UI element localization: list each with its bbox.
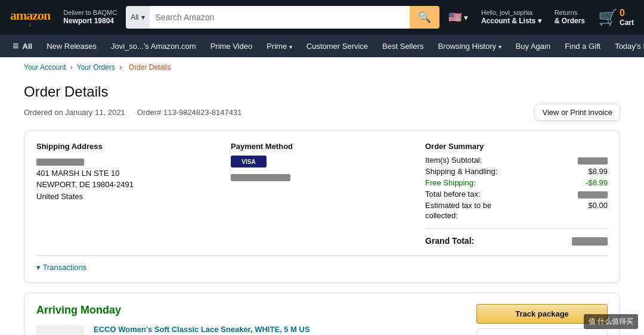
shipping-name — [36, 156, 219, 168]
sidebar-item-new-releases[interactable]: New Releases — [40, 38, 103, 55]
nav-label: Find a Gift — [565, 42, 600, 51]
nav-label: Jovi_so...'s Amazon.com — [111, 42, 196, 51]
breadcrumb-current: Order Details — [129, 63, 171, 72]
subtotal-label: Item(s) Subtotal: — [425, 156, 482, 165]
secondary-navigation: All New Releases Jovi_so...'s Amazon.com… — [0, 35, 644, 57]
returns-label: Returns — [555, 8, 585, 17]
search-input[interactable] — [150, 6, 410, 29]
chevron-down-icon: ▾ — [141, 13, 145, 21]
request-cancellation-button[interactable]: Request cancellation — [476, 328, 608, 335]
nav-label: Browsing History — [438, 42, 496, 51]
product-link[interactable]: ECCO Women's Soft Classic Lace Sneaker, … — [94, 325, 310, 334]
subtotal-value — [578, 156, 608, 165]
sidebar-item-customer-service[interactable]: Customer Service — [300, 38, 374, 55]
total-redacted — [578, 191, 608, 198]
breadcrumb-your-orders[interactable]: Your Orders — [77, 63, 115, 72]
transactions-link[interactable]: ▾ Transactions — [36, 263, 86, 272]
sidebar-item-all[interactable]: All — [6, 36, 39, 57]
free-shipping-row: Free Shipping: -$8.99 — [425, 178, 608, 187]
sidebar-item-best-sellers[interactable]: Best Sellers — [376, 38, 430, 55]
account-lists-label: Account & Lists ▾ — [481, 17, 541, 26]
product-image — [36, 325, 84, 335]
shipment-header: Arriving Monday ECCO Women's Soft Classi… — [36, 304, 608, 335]
deliver-to-box[interactable]: Deliver to BAQMC Newport 19804 — [59, 5, 121, 29]
subtotal-redacted — [578, 157, 608, 165]
sidebar-item-prime[interactable]: Prime — [260, 38, 299, 55]
chevron-down-icon: ▾ — [36, 263, 41, 272]
transactions-label: Transactions — [42, 263, 86, 272]
free-shipping-label: Free Shipping: — [425, 178, 476, 187]
order-info-grid: Shipping Address 401 MARSH LN STE 10 NEW… — [36, 142, 608, 248]
grand-total-value — [572, 236, 608, 246]
orders-label: & Orders — [555, 17, 585, 26]
shipping-address-line1: 401 MARSH LN STE 10 — [36, 168, 219, 179]
page-title: Order Details — [24, 83, 620, 100]
breadcrumb: Your Account › Your Orders › Order Detai… — [0, 57, 644, 77]
shipping-section: Shipping Address 401 MARSH LN STE 10 NEW… — [36, 142, 219, 248]
nav-label: New Releases — [47, 42, 97, 51]
order-info-box: Shipping Address 401 MARSH LN STE 10 NEW… — [24, 131, 620, 283]
cart-icon: 🛒 — [598, 8, 617, 27]
search-button[interactable]: 🔍 — [410, 6, 439, 29]
main-content: Order Details Ordered on January 11, 202… — [0, 77, 644, 335]
breadcrumb-separator: › — [70, 63, 73, 72]
payment-title: Payment Method — [231, 142, 413, 151]
total-before-tax-value — [578, 190, 608, 198]
order-summary-title: Order Summary — [425, 142, 608, 151]
summary-divider — [425, 228, 608, 229]
payment-section: Payment Method VISA — [231, 142, 413, 248]
search-category-select[interactable]: All ▾ — [126, 6, 149, 29]
returns-area[interactable]: Returns & Orders — [550, 5, 589, 29]
cart-label: Cart — [620, 18, 634, 27]
total-before-tax-label: Total before tax: — [425, 190, 481, 198]
free-shipping-value: -$8.99 — [586, 178, 608, 187]
product-details: ECCO Women's Soft Classic Lace Sneaker, … — [94, 325, 310, 335]
subtotal-row: Item(s) Subtotal: — [425, 156, 608, 165]
sidebar-item-find-gift[interactable]: Find a Gift — [558, 38, 607, 55]
language-flag[interactable]: 🇺🇸 ▾ — [444, 8, 472, 27]
amazon-logo[interactable]: amazon ↓ — [6, 5, 54, 30]
nav-label: Best Sellers — [382, 42, 423, 51]
watermark: 值 什么值得买 — [584, 314, 638, 329]
estimated-tax-label: Estimated tax to be collected: — [425, 201, 503, 221]
breadcrumb-separator: › — [119, 63, 122, 72]
shipping-handle-label: Shipping & Handling: — [425, 167, 497, 176]
nav-label: Prime — [267, 42, 287, 51]
search-bar: All ▾ 🔍 — [126, 6, 439, 29]
info-box-divider — [36, 255, 608, 256]
sidebar-item-browsing-history[interactable]: Browsing History — [431, 38, 507, 55]
sidebar-item-buy-again[interactable]: Buy Again — [509, 38, 558, 55]
top-navigation: amazon ↓ Deliver to BAQMC Newport 19804 … — [0, 0, 644, 35]
nav-label: Today's Deals — [615, 42, 644, 51]
name-redacted-bar — [36, 159, 84, 166]
order-number: Order# 113-9824823-8147431 — [137, 108, 242, 117]
logo-smile: ↓ — [29, 21, 32, 27]
breadcrumb-your-account[interactable]: Your Account — [24, 63, 66, 72]
hello-text: Hello, jovi_sophia — [481, 8, 541, 17]
payment-redacted — [231, 171, 413, 183]
card-number-redacted — [231, 174, 290, 181]
shipment-box: Arriving Monday ECCO Women's Soft Classi… — [24, 293, 620, 335]
total-before-tax-row: Total before tax: — [425, 190, 608, 198]
shipping-row: Shipping & Handling: $8.99 — [425, 167, 608, 176]
sidebar-item-todays-deals[interactable]: Today's Deals — [608, 38, 644, 55]
shipping-country: United States — [36, 191, 219, 203]
grand-total-row: Grand Total: — [425, 236, 608, 246]
sidebar-item-amazon-com[interactable]: Jovi_so...'s Amazon.com — [104, 38, 203, 55]
deliver-label: Deliver to BAQMC — [63, 8, 117, 17]
order-summary-section: Order Summary Item(s) Subtotal: Shipping… — [425, 142, 608, 248]
account-area[interactable]: Hello, jovi_sophia Account & Lists ▾ — [477, 5, 546, 29]
nav-label: Buy Again — [516, 42, 551, 51]
product-row: ECCO Women's Soft Classic Lace Sneaker, … — [36, 325, 310, 335]
cart-area[interactable]: 🛒 0 Cart — [594, 5, 638, 30]
product-name: ECCO Women's Soft Classic Lace Sneaker, … — [94, 325, 310, 334]
ordered-date: Ordered on January 11, 2021 — [24, 108, 125, 117]
shipping-title: Shipping Address — [36, 142, 219, 151]
grand-total-redacted — [572, 237, 608, 246]
view-invoice-button[interactable]: View or Print invoice — [534, 104, 620, 121]
sidebar-item-prime-video[interactable]: Prime Video — [204, 38, 259, 55]
grand-total-label: Grand Total: — [425, 236, 474, 246]
cart-count: 0 — [620, 8, 634, 18]
visa-card-icon: VISA — [231, 156, 267, 168]
nav-label: Customer Service — [306, 42, 368, 51]
